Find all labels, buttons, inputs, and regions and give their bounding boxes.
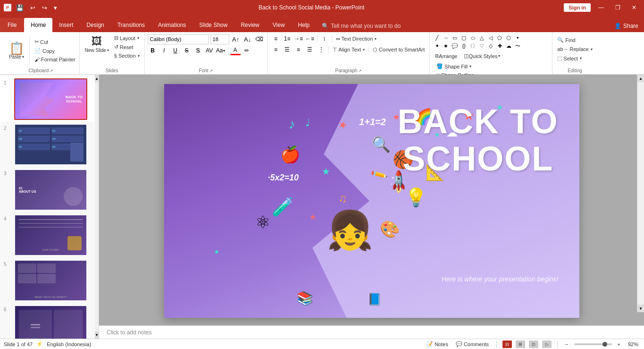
shape-oval[interactable]: ⬭ <box>468 34 477 42</box>
indent-decrease-button[interactable]: ←≡ <box>305 34 315 43</box>
font-case-button[interactable]: Aa▾ <box>216 46 226 55</box>
section-button[interactable]: § Section▾ <box>112 52 142 60</box>
numbering-button[interactable]: 1≡ <box>282 34 293 43</box>
tab-slideshow[interactable]: Slide Show <box>192 18 234 32</box>
zoom-in-button[interactable]: + <box>616 341 622 348</box>
comments-button[interactable]: 💬 Comments <box>454 340 491 348</box>
align-right-button[interactable]: ≡ <box>293 45 304 54</box>
decrease-font-button[interactable]: A↓ <box>243 34 253 44</box>
slide-panel[interactable]: ▲ ▼ 1 BACK TOSCHOOL 2 01 02 <box>0 75 99 339</box>
canvas-scrollbar[interactable]: ▲ ▼ <box>637 75 644 312</box>
zoom-level[interactable]: 92% <box>626 341 640 348</box>
reset-button[interactable]: ↺ Reset <box>112 43 142 51</box>
tab-file[interactable]: File <box>0 18 24 32</box>
tab-view[interactable]: View <box>266 18 292 32</box>
shape-callout[interactable]: 💬 <box>451 42 459 50</box>
layout-button[interactable]: ⊟ Layout▾ <box>112 34 142 42</box>
slide-item-6[interactable]: 6 <box>0 303 99 339</box>
find-button[interactable]: 🔍 Find <box>555 36 594 44</box>
clipboard-expand-icon[interactable]: ↗ <box>50 68 53 73</box>
customize-quick-access-button[interactable]: ▾ <box>52 3 59 12</box>
tab-animations[interactable]: Animations <box>151 18 192 32</box>
justify-button[interactable]: ☰ <box>305 45 315 54</box>
canvas-scroll-up[interactable]: ▲ <box>637 75 644 82</box>
notes-bar[interactable]: Click to add notes <box>99 325 644 339</box>
bullets-button[interactable]: ≡ <box>271 34 281 43</box>
slideshow-view-button[interactable]: ▷ <box>542 340 552 348</box>
tab-home[interactable]: Home <box>24 18 52 32</box>
tab-transitions[interactable]: Transitions <box>111 18 151 32</box>
search-tab[interactable]: 🔍 Tell me what you want to do <box>316 20 406 32</box>
font-size-input[interactable] <box>210 34 229 44</box>
slide-item-2[interactable]: 2 01 02 03 04 05 06 <box>0 122 99 167</box>
slide-item-5[interactable]: 5 WHAT SETS US APART? <box>0 258 99 303</box>
share-tab[interactable]: 👤 Share <box>609 20 644 32</box>
shape-cross[interactable]: ✚ <box>495 42 504 50</box>
shape-tri[interactable]: △ <box>477 34 486 42</box>
shape-pentagon[interactable]: ⬠ <box>495 34 504 42</box>
tab-design[interactable]: Design <box>80 18 110 32</box>
new-slide-button[interactable]: 🖼 New Slide▾ <box>83 34 111 54</box>
language[interactable]: English (Indonesia) <box>47 341 91 347</box>
cut-button[interactable]: ✂ Cut <box>33 38 77 46</box>
font-expand-icon[interactable]: ↗ <box>209 68 213 73</box>
restore-button[interactable]: ❐ <box>611 3 624 12</box>
replace-button[interactable]: ab→ Replace▾ <box>555 45 594 53</box>
undo-button[interactable]: ↩ <box>28 3 37 12</box>
shape-diamond[interactable]: ◇ <box>486 42 495 50</box>
slide-item-1[interactable]: 1 BACK TOSCHOOL <box>0 77 99 122</box>
slide-item-3[interactable]: 3 01ABOUT US <box>0 167 99 213</box>
shape-star5[interactable]: ★ <box>442 42 450 50</box>
shape-hex[interactable]: ⬡ <box>504 34 513 42</box>
tab-insert[interactable]: Insert <box>52 18 80 32</box>
text-shadow-button[interactable]: S <box>193 46 203 55</box>
paste-button[interactable]: 📋 Paste▾ <box>5 34 28 67</box>
shape-round-rect[interactable]: ▢ <box>460 34 468 42</box>
shape-rtri[interactable]: ◁ <box>486 34 495 42</box>
italic-button[interactable]: I <box>159 46 169 55</box>
tab-help[interactable]: Help <box>292 18 317 32</box>
shape-line[interactable]: ╱ <box>433 34 441 42</box>
zoom-out-button[interactable]: − <box>563 341 570 348</box>
underline-button[interactable]: U <box>170 46 181 55</box>
shape-heart[interactable]: ♡ <box>477 42 486 50</box>
shape-brace[interactable]: 〈〉 <box>468 42 477 50</box>
shape-rect[interactable]: ▭ <box>451 34 459 42</box>
font-color-button[interactable]: A <box>230 46 241 55</box>
close-button[interactable]: ✕ <box>628 3 640 12</box>
shape-arrow[interactable]: → <box>442 34 450 42</box>
shape-cloud[interactable]: ☁ <box>504 42 513 50</box>
shape-bracket[interactable]: {} <box>460 42 468 50</box>
shape-fill-button[interactable]: 🪣 Shape Fill▾ <box>435 62 482 70</box>
canvas-area[interactable]: ▲ ▼ ★ ★ ★ ★ ★ ★ ★ ★ <box>99 75 644 325</box>
tab-review[interactable]: Review <box>234 18 266 32</box>
shape-wave[interactable]: 〜 <box>513 42 522 50</box>
accessibility-icon[interactable]: ⚡ <box>36 341 43 347</box>
quick-styles-button[interactable]: ◫ Quick Styles▾ <box>461 51 502 60</box>
shapes-more[interactable]: ▾ <box>513 34 522 42</box>
minimize-button[interactable]: — <box>594 3 608 12</box>
bold-button[interactable]: B <box>148 46 158 55</box>
indent-increase-button[interactable]: →≡ <box>293 34 304 43</box>
canvas-scroll-down[interactable]: ▼ <box>637 305 644 312</box>
align-center-button[interactable]: ☰ <box>282 45 293 54</box>
save-button[interactable]: 💾 <box>14 3 25 12</box>
arrange-button[interactable]: ⧉ Arrange <box>433 51 460 60</box>
strikethrough-button[interactable]: S <box>182 46 192 55</box>
reading-view-button[interactable]: ⊡ <box>529 340 538 348</box>
select-button[interactable]: ⬚ Select▾ <box>555 54 594 62</box>
slide-canvas[interactable]: ★ ★ ★ ★ ★ ★ ★ ★ ★ 1+1=2 ·5x2=10 ♪ ♩ ♫ <box>164 84 579 318</box>
zoom-slider[interactable] <box>574 343 612 345</box>
line-spacing-button[interactable]: ↕ <box>319 34 330 43</box>
convert-smartart-button[interactable]: ⬡ Convert to SmartArt <box>371 46 427 54</box>
clear-format-button[interactable]: ⌫ <box>254 34 265 44</box>
normal-view-button[interactable]: ⊟ <box>502 340 512 348</box>
paragraph-expand-icon[interactable]: ↗ <box>358 68 362 73</box>
increase-font-button[interactable]: A↑ <box>231 34 241 44</box>
format-painter-button[interactable]: 🖌 Format Painter <box>33 56 77 63</box>
copy-button[interactable]: 📄 Copy <box>33 47 77 55</box>
font-name-input[interactable] <box>148 34 209 44</box>
redo-button[interactable]: ↪ <box>40 3 49 12</box>
slide-panel-scrollbar[interactable]: ▲ ▼ <box>95 75 99 339</box>
text-direction-button[interactable]: ⇔ Text Direction▾ <box>334 35 379 43</box>
